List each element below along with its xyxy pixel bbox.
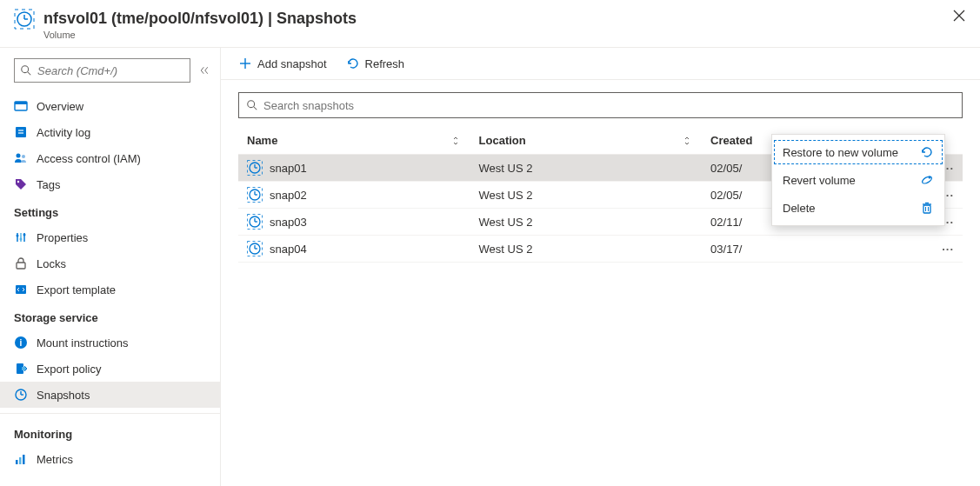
svg-rect-31 — [19, 457, 22, 464]
snapshot-row-icon — [247, 160, 263, 176]
svg-rect-22 — [17, 263, 25, 269]
snapshot-location: West US 2 — [470, 155, 703, 182]
snapshot-location: West US 2 — [470, 236, 703, 263]
col-location[interactable]: Location — [470, 127, 703, 155]
tags-icon — [14, 177, 28, 191]
nav-mount-instructions[interactable]: i Mount instructions — [0, 330, 220, 356]
nav-label: Properties — [37, 231, 88, 244]
sort-icon — [451, 136, 462, 146]
snapshot-created: 03/17/ — [702, 236, 933, 263]
nav-label: Export policy — [37, 363, 101, 376]
nav-label: Tags — [37, 178, 60, 191]
restore-icon — [920, 145, 934, 159]
svg-point-53 — [921, 175, 932, 184]
ctx-revert[interactable]: Revert volume — [772, 166, 944, 194]
sidebar-search-input[interactable] — [37, 64, 184, 77]
nav-locks[interactable]: Locks — [0, 250, 220, 276]
revert-icon — [920, 173, 934, 187]
nav-label: Activity log — [37, 126, 90, 139]
nav-access-control[interactable]: Access control (IAM) — [0, 145, 220, 171]
svg-line-7 — [28, 72, 31, 76]
export-policy-icon — [14, 362, 28, 376]
svg-point-19 — [17, 235, 19, 237]
snapshot-name: snap03 — [270, 216, 307, 229]
export-template-icon — [14, 283, 28, 296]
overview-icon — [14, 99, 28, 113]
info-icon: i — [14, 336, 28, 350]
metrics-icon — [14, 452, 28, 466]
svg-rect-30 — [16, 460, 18, 464]
nav-activity-log[interactable]: Activity log — [0, 119, 220, 145]
nav-label: Export template — [37, 283, 116, 296]
nav-group-settings: Settings — [0, 197, 220, 224]
sidebar-search[interactable] — [14, 58, 190, 83]
svg-point-20 — [20, 238, 23, 241]
nav-metrics[interactable]: Metrics — [0, 446, 220, 472]
snapshot-location: West US 2 — [470, 182, 703, 209]
nav-label: Locks — [37, 257, 66, 270]
nav-label: Metrics — [37, 453, 73, 466]
svg-text:i: i — [20, 338, 23, 348]
page-subtitle: Volume — [43, 30, 952, 40]
sidebar: Overview Activity log Access control (IA… — [0, 48, 221, 486]
nav-tags[interactable]: Tags — [0, 171, 220, 197]
svg-rect-10 — [16, 127, 26, 137]
snapshot-row-icon — [247, 214, 263, 230]
nav-properties[interactable]: Properties — [0, 224, 220, 250]
refresh-icon — [346, 57, 360, 70]
svg-point-35 — [248, 101, 255, 108]
svg-point-54 — [929, 176, 931, 179]
row-actions-button[interactable]: ··· — [933, 236, 963, 263]
svg-rect-55 — [923, 205, 930, 213]
table-row[interactable]: snap04 West US 2 03/17/ ··· — [238, 236, 963, 263]
col-name[interactable]: Name — [238, 127, 470, 155]
nav-snapshots[interactable]: Snapshots — [0, 382, 220, 408]
nav-export-policy[interactable]: Export policy — [0, 356, 220, 382]
nav-label: Mount instructions — [37, 336, 129, 350]
context-menu: Restore to new volume Revert volume Dele… — [771, 134, 945, 226]
page-title: nfsvol01 (tme/pool0/nfsvol01) | Snapshot… — [43, 9, 952, 28]
snapshot-name: snap02 — [270, 189, 307, 202]
plus-icon — [238, 57, 252, 70]
nav-export-template[interactable]: Export template — [0, 276, 220, 303]
refresh-button[interactable]: Refresh — [346, 57, 405, 70]
svg-point-14 — [22, 155, 25, 158]
nav-separator — [0, 413, 220, 414]
svg-line-36 — [254, 107, 257, 110]
snapshot-location: West US 2 — [470, 209, 703, 236]
svg-rect-9 — [15, 102, 27, 104]
nav-label: Snapshots — [37, 389, 90, 402]
locks-icon — [14, 256, 28, 270]
search-icon — [20, 64, 32, 77]
collapse-sidebar-icon[interactable] — [199, 64, 210, 77]
svg-point-21 — [23, 234, 26, 236]
command-bar: Add snapshot Refresh — [221, 48, 980, 80]
ctx-restore[interactable]: Restore to new volume — [772, 138, 944, 166]
svg-point-15 — [17, 181, 19, 183]
snapshot-name: snap01 — [270, 162, 307, 175]
access-control-icon — [14, 151, 28, 165]
nav-label: Access control (IAM) — [37, 152, 141, 165]
snapshot-search[interactable] — [238, 92, 963, 118]
svg-point-6 — [22, 66, 29, 73]
snapshot-search-input[interactable] — [263, 99, 955, 112]
activity-log-icon — [14, 125, 28, 139]
snapshot-row-icon — [247, 187, 263, 203]
cmd-label: Add snapshot — [257, 57, 327, 70]
snapshot-name: snap04 — [270, 243, 307, 256]
nav-overview[interactable]: Overview — [0, 93, 220, 119]
sort-icon — [683, 136, 693, 146]
ctx-delete[interactable]: Delete — [772, 194, 944, 222]
nav-group-storage: Storage service — [0, 303, 220, 330]
snapshot-row-icon — [247, 241, 263, 256]
snapshot-icon — [14, 388, 28, 402]
svg-rect-32 — [23, 455, 25, 464]
nav-group-monitoring: Monitoring — [0, 419, 220, 446]
svg-point-13 — [17, 154, 21, 158]
cmd-label: Refresh — [365, 57, 405, 70]
add-snapshot-button[interactable]: Add snapshot — [238, 57, 327, 70]
search-icon — [246, 99, 258, 111]
close-icon[interactable] — [952, 9, 966, 23]
nav-label: Overview — [37, 100, 83, 113]
volume-snapshot-icon — [14, 9, 35, 30]
